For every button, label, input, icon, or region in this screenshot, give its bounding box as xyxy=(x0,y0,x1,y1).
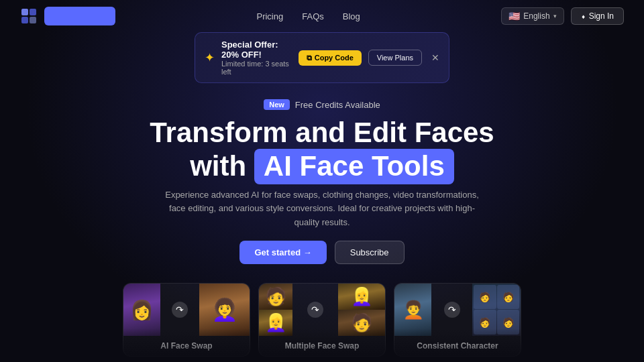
hero-title-line1: Transform and Edit Faces xyxy=(150,117,494,148)
svg-rect-2 xyxy=(21,17,28,23)
sign-in-button[interactable]: ⬧ Sign In xyxy=(571,7,624,25)
hero-subtitle: Experience advanced AI for face swaps, c… xyxy=(161,188,483,230)
consistent-arrow-icon: ↷ xyxy=(444,302,460,318)
offer-banner: ✦ Special Offer: 20% OFF! Limited time: … xyxy=(195,32,449,83)
svg-rect-0 xyxy=(21,9,28,15)
offer-title: Special Offer: 20% OFF! xyxy=(221,40,292,60)
language-selector[interactable]: 🇺🇸 English ▾ xyxy=(501,7,564,25)
hero-title-highlight: AI Face Tools xyxy=(254,149,454,184)
svg-rect-1 xyxy=(30,9,36,15)
copy-code-button[interactable]: ⧉ Copy Code xyxy=(299,50,362,66)
offer-text: Special Offer: 20% OFF! Limited time: 3 … xyxy=(221,40,292,76)
navbar: Pricing FAQs Blog 🇺🇸 English ▾ ⬧ Sign In xyxy=(0,0,644,32)
flag-icon: 🇺🇸 xyxy=(508,11,520,21)
hero-title-line2: with xyxy=(190,150,246,182)
subscribe-button[interactable]: Subscribe xyxy=(335,241,405,264)
sign-in-icon: ⬧ xyxy=(581,11,586,21)
nav-blog[interactable]: Blog xyxy=(343,11,360,21)
copy-code-label: Copy Code xyxy=(315,54,354,62)
offer-subtitle: Limited time: 3 seats left xyxy=(221,60,292,76)
grid-cell-2: 🧑 xyxy=(497,285,520,310)
multi-swap-arrow-icon: ↷ xyxy=(307,302,323,318)
swap-arrow-icon: ↷ xyxy=(172,302,188,318)
language-label: English xyxy=(523,11,549,21)
svg-rect-3 xyxy=(30,17,36,23)
face-top-left xyxy=(259,284,292,310)
chevron-down-icon: ▾ xyxy=(553,13,557,19)
copy-icon: ⧉ xyxy=(307,54,312,62)
navbar-left xyxy=(20,7,115,25)
offer-star-icon: ✦ xyxy=(205,50,215,65)
nav-faqs[interactable]: FAQs xyxy=(302,11,324,21)
get-started-button[interactable]: Get started → xyxy=(239,241,326,264)
view-plans-button[interactable]: View Plans xyxy=(368,50,422,66)
close-banner-button[interactable]: ✕ xyxy=(431,52,439,63)
free-credits-text: Free Credits Available xyxy=(295,100,380,110)
nav-pricing[interactable]: Pricing xyxy=(256,11,283,21)
logo-text xyxy=(44,7,115,25)
new-badge: New xyxy=(264,99,290,110)
logo-icon xyxy=(20,7,38,25)
hero-section: New Free Credits Available Transform and… xyxy=(0,87,644,283)
grid-cell-1: 🧑 xyxy=(474,285,496,310)
sign-in-label: Sign In xyxy=(589,11,614,21)
navbar-right: 🇺🇸 English ▾ ⬧ Sign In xyxy=(501,7,624,25)
navbar-center: Pricing FAQs Blog xyxy=(256,11,360,21)
bottom-fade xyxy=(0,328,644,362)
badge-row: New Free Credits Available xyxy=(13,99,631,110)
hero-buttons: Get started → Subscribe xyxy=(13,241,631,264)
hero-title: Transform and Edit Faces with AI Face To… xyxy=(13,117,631,184)
face-top-right xyxy=(338,284,385,310)
